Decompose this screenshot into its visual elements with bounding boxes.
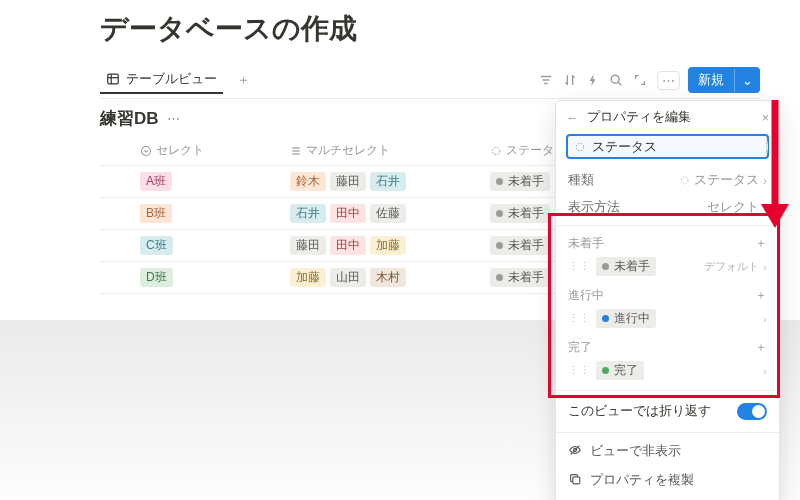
status-option-row[interactable]: ⋮⋮完了›	[556, 357, 779, 386]
duplicate-icon	[568, 472, 582, 489]
drag-handle-icon[interactable]: ⋮⋮	[568, 364, 590, 377]
select-tag[interactable]: C班	[140, 236, 173, 255]
status-option-suffix: デフォルト	[704, 259, 759, 274]
svg-point-12	[492, 147, 500, 155]
status-icon	[574, 141, 586, 153]
meta-value: セレクト	[707, 199, 759, 216]
close-icon[interactable]: ×	[762, 111, 769, 125]
chevron-right-icon: ›	[763, 313, 767, 325]
select-tag[interactable]: D班	[140, 268, 173, 287]
add-status-option-button[interactable]: ＋	[755, 288, 767, 303]
svg-point-8	[142, 146, 151, 155]
multi-tag[interactable]: 石井	[290, 204, 326, 223]
add-status-option-button[interactable]: ＋	[755, 340, 767, 355]
back-icon[interactable]: ←	[566, 111, 579, 125]
svg-rect-18	[573, 477, 580, 484]
status-option-row[interactable]: ⋮⋮未着手デフォルト›	[556, 253, 779, 282]
svg-rect-0	[108, 74, 119, 84]
column-header-label: マルチセレクト	[306, 142, 390, 159]
multi-tag[interactable]: 鈴木	[290, 172, 326, 191]
svg-point-14	[681, 177, 688, 184]
drag-handle-icon[interactable]: ⋮⋮	[568, 260, 590, 273]
multi-tag[interactable]: 加藤	[370, 236, 406, 255]
property-name-field[interactable]: i	[566, 134, 769, 159]
property-name-input[interactable]	[592, 139, 760, 154]
expand-icon[interactable]	[633, 73, 647, 87]
multi-tag[interactable]: 山田	[330, 268, 366, 287]
property-edit-panel: ← プロパティを編集 × i 種類 ステータス › 表示方法 セレクト › 未着…	[555, 100, 780, 500]
hide-in-view-action[interactable]: ビューで非表示	[556, 437, 779, 466]
status-group-header: 進行中＋	[556, 282, 779, 305]
delete-property-action[interactable]: プロパティを削除	[556, 495, 779, 500]
multi-tag[interactable]: 田中	[330, 204, 366, 223]
svg-point-6	[611, 75, 619, 83]
multi-tag[interactable]: 藤田	[330, 172, 366, 191]
status-tag[interactable]: 未着手	[490, 204, 550, 223]
chevron-right-icon: ›	[763, 201, 767, 215]
status-option-pill: 未着手	[596, 257, 656, 276]
status-icon	[679, 175, 690, 186]
status-option-pill: 完了	[596, 361, 644, 380]
database-title[interactable]: 練習DB	[100, 107, 159, 130]
wrap-toggle-label: このビューでは折り返す	[568, 403, 711, 420]
column-header-label: セレクト	[156, 142, 204, 159]
wrap-toggle-row[interactable]: このビューでは折り返す	[556, 395, 779, 428]
table-icon	[106, 72, 120, 86]
filter-icon[interactable]	[539, 73, 553, 87]
select-tag[interactable]: A班	[140, 172, 172, 191]
more-icon[interactable]: ⋯	[657, 71, 680, 90]
drag-handle-icon[interactable]: ⋮⋮	[568, 312, 590, 325]
database-more-icon[interactable]: ⋯	[167, 111, 180, 126]
property-display-row[interactable]: 表示方法 セレクト ›	[556, 194, 779, 221]
multi-tag[interactable]: 石井	[370, 172, 406, 191]
eye-off-icon	[568, 443, 582, 460]
meta-label: 表示方法	[568, 199, 620, 216]
status-tag[interactable]: 未着手	[490, 236, 550, 255]
svg-line-7	[618, 82, 621, 85]
status-group-label: 完了	[568, 340, 592, 355]
property-type-row[interactable]: 種類 ステータス ›	[556, 167, 779, 194]
duplicate-property-action[interactable]: プロパティを複製	[556, 466, 779, 495]
status-group-header: 完了＋	[556, 334, 779, 357]
status-group-label: 進行中	[568, 288, 604, 303]
tab-table-view[interactable]: テーブルビュー	[100, 66, 223, 94]
list-icon	[290, 145, 302, 157]
status-group-label: 未着手	[568, 236, 604, 251]
bolt-icon[interactable]	[587, 73, 599, 87]
status-group-header: 未着手＋	[556, 230, 779, 253]
select-tag[interactable]: B班	[140, 204, 172, 223]
add-view-button[interactable]: ＋	[231, 69, 256, 91]
multi-tag[interactable]: 田中	[330, 236, 366, 255]
wrap-toggle-switch[interactable]	[737, 403, 767, 420]
multi-tag[interactable]: 加藤	[290, 268, 326, 287]
column-header-select[interactable]: セレクト	[132, 136, 282, 165]
chevron-down-circle-icon	[140, 145, 152, 157]
multi-tag[interactable]: 木村	[370, 268, 406, 287]
tab-label: テーブルビュー	[126, 70, 217, 88]
status-tag[interactable]: 未着手	[490, 172, 550, 191]
search-icon[interactable]	[609, 73, 623, 87]
meta-value: ステータス	[694, 172, 759, 189]
chevron-down-icon[interactable]: ⌄	[734, 69, 760, 92]
status-option-row[interactable]: ⋮⋮進行中›	[556, 305, 779, 334]
action-label: ビューで非表示	[590, 443, 681, 460]
new-button[interactable]: 新規 ⌄	[688, 67, 760, 93]
status-option-pill: 進行中	[596, 309, 656, 328]
action-label: プロパティを複製	[590, 472, 694, 489]
chevron-right-icon: ›	[763, 365, 767, 377]
page-title: データベースの作成	[100, 10, 760, 48]
svg-point-13	[576, 143, 584, 151]
new-button-label: 新規	[688, 67, 734, 93]
chevron-right-icon: ›	[763, 174, 767, 188]
add-status-option-button[interactable]: ＋	[755, 236, 767, 251]
info-icon[interactable]: i	[766, 140, 768, 154]
multi-tag[interactable]: 藤田	[290, 236, 326, 255]
panel-title: プロパティを編集	[587, 109, 754, 126]
meta-label: 種類	[568, 172, 594, 189]
chevron-right-icon: ›	[763, 261, 767, 273]
status-tag[interactable]: 未着手	[490, 268, 550, 287]
column-header-multiselect[interactable]: マルチセレクト	[282, 136, 482, 165]
multi-tag[interactable]: 佐藤	[370, 204, 406, 223]
sort-icon[interactable]	[563, 73, 577, 87]
status-icon	[490, 145, 502, 157]
